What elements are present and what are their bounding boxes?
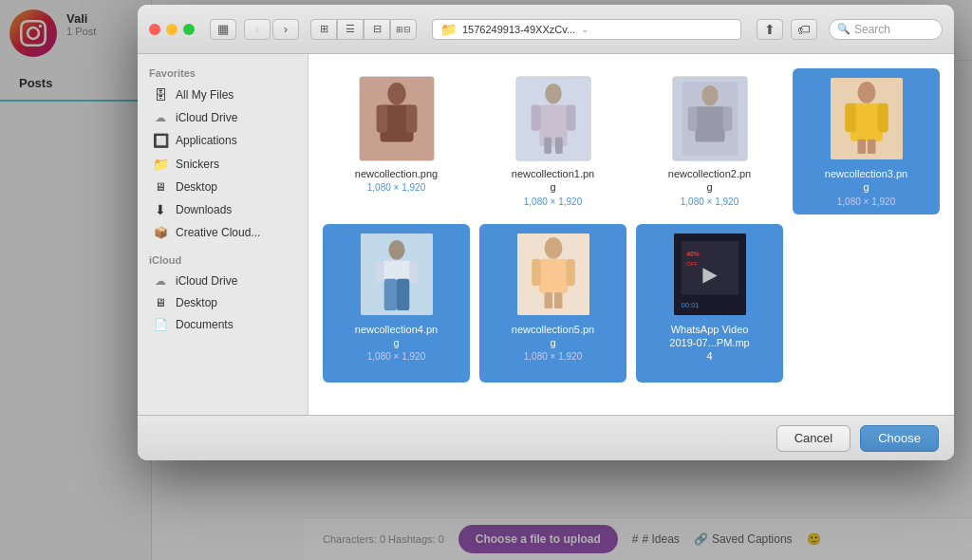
path-folder-icon: 📁 <box>440 22 457 37</box>
svg-rect-3 <box>376 104 387 132</box>
svg-rect-31 <box>409 260 419 283</box>
svg-rect-23 <box>857 140 866 154</box>
file-thumb-7: 40% OFF 00:01 <box>672 232 748 317</box>
file-grid: newcollection.png 1,080 × 1,920 <box>308 54 954 415</box>
file-dims-4: 1,080 × 1,920 <box>837 196 895 207</box>
share-icon: ⬆ <box>764 22 776 37</box>
file-name-7: WhatsApp Video 2019-07...PM.mp4 <box>667 323 753 364</box>
svg-rect-8 <box>531 104 540 130</box>
svg-rect-4 <box>405 104 417 132</box>
search-placeholder: Search <box>854 23 890 36</box>
file-thumb-6 <box>515 232 591 317</box>
file-thumb-4 <box>829 76 905 161</box>
svg-rect-24 <box>867 140 875 154</box>
favorites-header: Favorites <box>138 64 308 83</box>
maximize-button[interactable] <box>183 24 195 35</box>
downloads-label: Downloads <box>176 203 232 216</box>
icloud-drive-icon: ☁ <box>153 274 168 288</box>
file-dims-6: 1,080 × 1,920 <box>524 351 582 362</box>
svg-point-1 <box>387 83 406 104</box>
svg-rect-17 <box>722 106 732 130</box>
view-gallery-button[interactable]: ⊞⊟ <box>390 19 417 40</box>
file-thumb-5 <box>359 232 435 317</box>
nav-buttons: ‹ › <box>244 19 299 40</box>
svg-rect-29 <box>397 278 409 309</box>
creative-cloud-icon: 📦 <box>153 226 168 239</box>
favorites-section: Favorites 🗄 All My Files ☁ iCloud Drive … <box>138 64 308 243</box>
snickers-label: Snickers <box>176 158 219 171</box>
applications-icon: 🔲 <box>153 133 168 148</box>
svg-rect-35 <box>532 258 541 286</box>
share-button[interactable]: ⬆ <box>757 19 783 40</box>
list-view-icon: ☰ <box>346 23 355 35</box>
view-list-button[interactable]: ☰ <box>337 19 364 40</box>
view-column-button[interactable]: ⊟ <box>364 19 390 40</box>
svg-point-14 <box>701 85 719 105</box>
sidebar-item-desktop-fav[interactable]: 🖥 Desktop <box>141 177 304 197</box>
sidebar-item-snickers[interactable]: 📁 Snickers <box>141 153 304 176</box>
file-item-newcollection4[interactable]: newcollection4.png 1,080 × 1,920 <box>323 224 470 383</box>
finder-toolbar: ▦ ‹ › ⊞ ☰ ⊟ ⊞⊟ 📁 1576249913-49XXzCv... ⌄ <box>138 5 954 54</box>
sidebar-item-downloads[interactable]: ⬇ Downloads <box>141 198 304 221</box>
svg-rect-27 <box>382 260 410 278</box>
forward-button[interactable]: › <box>272 19 299 40</box>
sidebar-item-documents[interactable]: 📄 Documents <box>141 314 304 335</box>
file-item-whatsapp-video[interactable]: 40% OFF 00:01 WhatsApp Video 2019-07...P… <box>636 224 783 383</box>
file-thumb-1 <box>359 76 435 161</box>
svg-rect-11 <box>554 138 562 155</box>
sidebar-item-all-files[interactable]: 🗄 All My Files <box>141 84 304 106</box>
downloads-icon: ⬇ <box>153 202 168 217</box>
file-item-newcollection1[interactable]: newcollection1.png 1,080 × 1,920 <box>479 68 626 215</box>
desktop-fav-label: Desktop <box>176 180 217 194</box>
svg-text:OFF: OFF <box>686 260 698 266</box>
file-item-newcollection3[interactable]: newcollection3.png 1,080 × 1,920 <box>793 68 940 215</box>
icloud-header: iCloud <box>138 251 308 270</box>
svg-text:00:01: 00:01 <box>681 301 699 309</box>
file-dims-5: 1,080 × 1,920 <box>367 351 425 362</box>
svg-rect-21 <box>845 103 855 132</box>
file-dims-3: 1,080 × 1,920 <box>681 196 738 207</box>
file-item-newcollection[interactable]: newcollection.png 1,080 × 1,920 <box>323 68 470 215</box>
cancel-button[interactable]: Cancel <box>776 425 850 452</box>
finder-window: ▦ ‹ › ⊞ ☰ ⊟ ⊞⊟ 📁 1576249913-49XXzCv... ⌄ <box>138 5 954 460</box>
svg-rect-36 <box>566 258 575 286</box>
svg-rect-22 <box>877 103 888 132</box>
documents-icon: 📄 <box>153 318 168 331</box>
icloud-drive-label: iCloud Drive <box>176 274 237 288</box>
svg-rect-34 <box>538 258 567 292</box>
file-item-newcollection2[interactable]: newcollection2.png 1,080 × 1,920 <box>636 68 783 215</box>
applications-label: Applications <box>176 134 237 147</box>
file-dims-1: 1,080 × 1,920 <box>367 182 425 193</box>
close-button[interactable] <box>149 24 160 35</box>
svg-rect-28 <box>383 278 396 309</box>
path-text: 1576249913-49XXzCv... <box>462 24 575 35</box>
file-name-5: newcollection4.png <box>354 323 439 350</box>
file-item-newcollection5[interactable]: newcollection5.png 1,080 × 1,920 <box>479 224 626 383</box>
back-button[interactable]: ‹ <box>244 19 271 40</box>
search-box[interactable]: 🔍 Search <box>829 19 943 40</box>
sidebar-item-icloud-drive[interactable]: ☁ iCloud Drive <box>141 271 304 291</box>
choose-button[interactable]: Choose <box>860 425 939 452</box>
svg-rect-38 <box>553 292 562 308</box>
creative-cloud-label: Creative Cloud... <box>176 226 260 239</box>
sidebar-toggle-button[interactable]: ▦ <box>210 19 236 40</box>
desktop-icloud-label: Desktop <box>176 296 217 309</box>
documents-label: Documents <box>176 318 234 331</box>
column-view-icon: ⊟ <box>373 23 382 35</box>
search-icon: 🔍 <box>837 23 850 35</box>
file-name-4: newcollection3.png <box>824 167 909 195</box>
svg-point-26 <box>388 239 404 259</box>
finder-footer: Cancel Choose <box>138 415 954 460</box>
sidebar-item-creative-cloud[interactable]: 📦 Creative Cloud... <box>141 222 304 243</box>
svg-point-19 <box>857 82 875 103</box>
sidebar-item-desktop-icloud[interactable]: 🖥 Desktop <box>141 292 304 313</box>
svg-point-6 <box>545 84 562 103</box>
svg-rect-16 <box>687 106 697 130</box>
sidebar-item-icloud-drive-fav[interactable]: ☁ iCloud Drive <box>141 107 304 128</box>
svg-rect-9 <box>566 104 575 130</box>
view-icon-button[interactable]: ⊞ <box>310 19 337 40</box>
tag-button[interactable]: 🏷 <box>791 19 817 40</box>
sidebar-item-applications[interactable]: 🔲 Applications <box>141 129 304 152</box>
file-name-2: newcollection1.png <box>511 167 596 195</box>
minimize-button[interactable] <box>166 24 178 35</box>
